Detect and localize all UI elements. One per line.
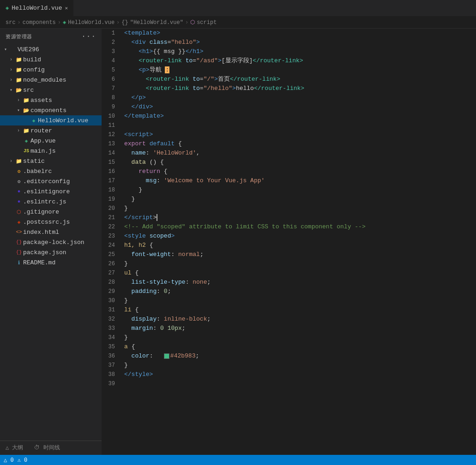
breadcrumb-src[interactable]: src bbox=[6, 19, 16, 26]
code-line: 10 </template> bbox=[102, 112, 476, 121]
sidebar-item-label: assets bbox=[30, 97, 52, 104]
sidebar-item-components[interactable]: ▾ 📂 components bbox=[0, 105, 102, 115]
arrow-icon: › bbox=[7, 67, 15, 72]
sidebar-item-assets[interactable]: › 📁 assets bbox=[0, 95, 102, 105]
sidebar-item-label: node_modules bbox=[23, 77, 66, 83]
sidebar-item-readme[interactable]: ℹ README.md bbox=[0, 257, 102, 268]
breadcrumb-components[interactable]: components bbox=[23, 19, 56, 26]
code-line: 6 <router-link to="/">首页</router-link> bbox=[102, 75, 476, 84]
sidebar-bottom-tabs: △ 大纲 ⏱ 时间线 bbox=[0, 441, 102, 455]
main-layout: 资源管理器 ··· ▾ VUE296 › 📁 build › � bbox=[0, 29, 476, 455]
sidebar-item-eslintignore[interactable]: ● .eslintignore bbox=[0, 186, 102, 197]
outline-tab[interactable]: △ 大纲 bbox=[0, 441, 29, 455]
code-line: 20 } bbox=[102, 204, 476, 213]
sidebar-header: 资源管理器 ··· bbox=[0, 29, 102, 44]
code-editor[interactable]: 1 <template> 2 <div class="hello"> 3 <h1… bbox=[102, 29, 476, 455]
code-line: 12 <script> bbox=[102, 130, 476, 139]
status-left: △ 0 ⚠ 0 bbox=[4, 457, 27, 464]
sidebar-item-package-json[interactable]: {} package.json bbox=[0, 247, 102, 257]
vue-file-icon: ◈ bbox=[22, 138, 30, 144]
sidebar-item-build[interactable]: › 📁 build bbox=[0, 54, 102, 65]
folder-icon: 📁 bbox=[22, 128, 30, 134]
sidebar-item-label: package-lock.json bbox=[23, 239, 84, 246]
code-line: 33 margin: 0 10px; bbox=[102, 324, 476, 333]
status-warnings[interactable]: ⚠ 0 bbox=[18, 457, 28, 464]
json-icon: {} bbox=[15, 239, 23, 245]
vue-file-icon: ◈ bbox=[30, 118, 38, 124]
arrow-icon: ▾ bbox=[2, 47, 9, 52]
code-line: 39 bbox=[102, 379, 476, 388]
folder-icon: 📂 bbox=[15, 87, 23, 93]
sidebar-item-label: config bbox=[23, 66, 45, 73]
arrow-icon: › bbox=[7, 159, 15, 164]
sidebar-item-label: VUE296 bbox=[18, 46, 39, 53]
status-errors[interactable]: △ 0 bbox=[4, 457, 14, 464]
breadcrumb-filename[interactable]: HelloWorld.vue bbox=[68, 19, 114, 26]
code-line: 1 <template> bbox=[102, 29, 476, 38]
code-line: 35 a { bbox=[102, 342, 476, 352]
code-line: 37 } bbox=[102, 361, 476, 370]
arrow-icon: › bbox=[7, 57, 15, 62]
js-file-icon: JS bbox=[22, 149, 30, 154]
sidebar-tree: ▾ VUE296 › 📁 build › 📁 config › bbox=[0, 44, 102, 441]
sidebar-item-gitignore[interactable]: ⬡ .gitignore bbox=[0, 207, 102, 217]
sidebar-item-label: .eslintignore bbox=[23, 188, 70, 195]
code-line: 24 h1, h2 { bbox=[102, 241, 476, 250]
folder-icon: 📁 bbox=[15, 67, 23, 73]
sidebar-menu-button[interactable]: ··· bbox=[81, 32, 96, 41]
sidebar-item-config[interactable]: › 📁 config bbox=[0, 65, 102, 75]
code-line: 30 } bbox=[102, 296, 476, 305]
code-line: 36 color: #42b983; bbox=[102, 352, 476, 361]
sidebar-item-root[interactable]: ▾ VUE296 bbox=[0, 44, 102, 54]
sidebar-item-src[interactable]: ▾ 📂 src bbox=[0, 85, 102, 95]
status-bar: △ 0 ⚠ 0 bbox=[0, 455, 476, 465]
code-line: 22 <!-- Add "scoped" attribute to limit … bbox=[102, 222, 476, 232]
sidebar-item-label: components bbox=[30, 107, 66, 114]
tab-helloworld[interactable]: ◈ HelloWorld.vue ✕ bbox=[0, 0, 74, 16]
sidebar-item-label: static bbox=[23, 158, 45, 165]
tab-close-button[interactable]: ✕ bbox=[65, 5, 68, 11]
sidebar-item-static[interactable]: › 📁 static bbox=[0, 156, 102, 166]
code-line: 11 bbox=[102, 121, 476, 130]
sidebar-item-router[interactable]: › 📁 router bbox=[0, 125, 102, 136]
sidebar-item-helloworld[interactable]: ◈ HelloWorld.vue bbox=[0, 115, 102, 125]
sidebar-item-package-lock[interactable]: {} package-lock.json bbox=[0, 237, 102, 247]
sidebar-item-app-vue[interactable]: ◈ App.vue bbox=[0, 136, 102, 146]
color-swatch bbox=[164, 353, 169, 359]
vue-file-icon: ◈ bbox=[6, 5, 9, 12]
arrow-icon: ▾ bbox=[7, 87, 15, 93]
sidebar-item-eslintrc[interactable]: ● .eslintrc.js bbox=[0, 197, 102, 207]
sidebar-item-label: .babelrc bbox=[23, 168, 52, 175]
breadcrumb-quoted-filename[interactable]: "HelloWorld.vue" bbox=[130, 19, 183, 26]
breadcrumb-script[interactable]: script bbox=[197, 19, 217, 26]
code-line: 8 </p> bbox=[102, 93, 476, 102]
code-line: 14 name: 'HelloWorld', bbox=[102, 149, 476, 158]
sidebar-item-label: src bbox=[23, 87, 34, 94]
code-line: 15 data () { bbox=[102, 158, 476, 167]
sidebar-item-babelrc[interactable]: ⚙ .babelrc bbox=[0, 166, 102, 176]
folder-icon: 📁 bbox=[15, 158, 23, 164]
code-line: 4 <router-link to="/asd">[显示字段]</router-… bbox=[102, 56, 476, 66]
eslint2-icon: ● bbox=[15, 199, 23, 204]
code-line: 19 } bbox=[102, 195, 476, 204]
arrow-icon: ▾ bbox=[15, 107, 22, 113]
code-line: 26 } bbox=[102, 259, 476, 268]
sidebar-item-label: .gitignore bbox=[23, 209, 59, 215]
timeline-tab[interactable]: ⏱ 时间线 bbox=[29, 441, 65, 455]
sidebar-item-node-modules[interactable]: › 📁 node_modules bbox=[0, 75, 102, 85]
readme-icon: ℹ bbox=[15, 260, 23, 266]
sidebar-item-label: router bbox=[30, 127, 52, 134]
code-line: 18 } bbox=[102, 185, 476, 195]
code-line: 27 ul { bbox=[102, 268, 476, 278]
sidebar-item-index-html[interactable]: <> index.html bbox=[0, 227, 102, 237]
code-line: 9 </div> bbox=[102, 102, 476, 112]
code-line: 31 li { bbox=[102, 305, 476, 315]
folder-icon: 📁 bbox=[15, 77, 23, 83]
sidebar-item-editorconfig[interactable]: ⚙ .editorconfig bbox=[0, 176, 102, 186]
sidebar-item-postcss[interactable]: ◈ .postcssrc.js bbox=[0, 217, 102, 227]
sidebar-item-main-js[interactable]: JS main.js bbox=[0, 146, 102, 156]
code-line: 38 </style> bbox=[102, 370, 476, 379]
html-icon: <> bbox=[15, 229, 23, 235]
code-line: 3 <h1>{{ msg }}</h1> bbox=[102, 47, 476, 56]
sidebar-title: 资源管理器 bbox=[6, 33, 32, 40]
